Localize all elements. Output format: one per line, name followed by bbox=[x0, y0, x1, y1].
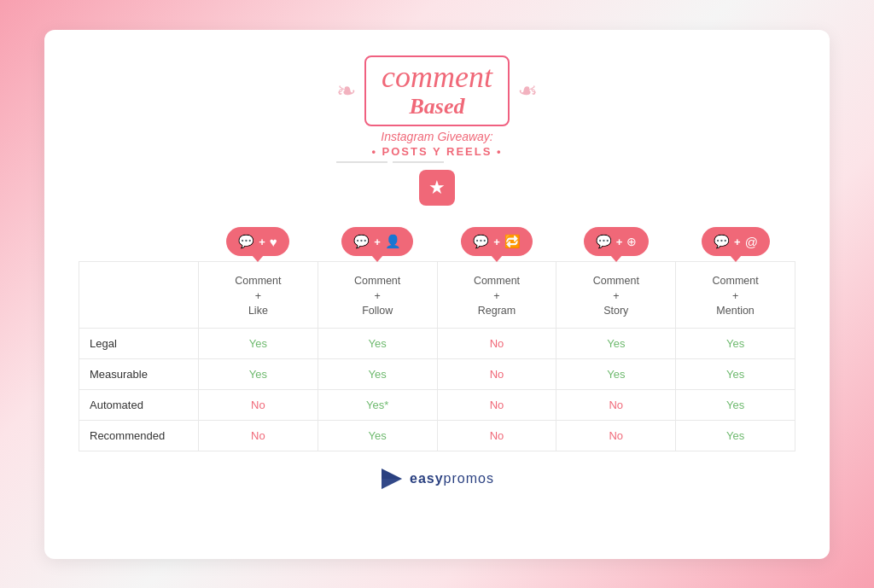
table-row: AutomatedNoYes*NoNoYes bbox=[79, 389, 795, 420]
like-icon: ♥ bbox=[270, 235, 277, 249]
icon-col-story: 💬 + ⊕ bbox=[556, 227, 676, 256]
header-like: Comment+Like bbox=[199, 262, 318, 329]
header-story: Comment+Story bbox=[556, 262, 676, 329]
icon-col-follow: 💬 + 👤 bbox=[318, 227, 437, 256]
row-label-recommended: Recommended bbox=[79, 420, 199, 451]
icon-badge-regram: 💬 + 🔁 bbox=[461, 227, 533, 256]
cell-2-1: Yes* bbox=[318, 389, 437, 420]
plus-3: + bbox=[493, 236, 500, 248]
cell-1-4: Yes bbox=[676, 358, 795, 389]
comment-icon-3: 💬 bbox=[473, 234, 489, 249]
svg-marker-1 bbox=[382, 479, 402, 489]
cell-1-2: No bbox=[437, 358, 556, 389]
comment-icon-4: 💬 bbox=[596, 234, 612, 249]
ep-logo-icon bbox=[380, 467, 404, 491]
title-box: comment Based bbox=[364, 55, 510, 127]
easypromos-logo: easypromos bbox=[380, 467, 494, 491]
cell-3-3: No bbox=[556, 420, 676, 451]
header-follow: Comment+Follow bbox=[318, 262, 437, 329]
icon-col-regram: 💬 + 🔁 bbox=[437, 227, 556, 256]
star-icon: ★ bbox=[428, 177, 446, 199]
cell-0-2: No bbox=[437, 328, 556, 358]
comment-icon-1: 💬 bbox=[238, 234, 254, 249]
cell-0-0: Yes bbox=[199, 328, 318, 358]
cell-1-0: Yes bbox=[199, 358, 318, 389]
table-row: MeasurableYesYesNoYesYes bbox=[79, 358, 795, 389]
icon-badge-follow: 💬 + 👤 bbox=[341, 227, 413, 256]
cell-2-2: No bbox=[437, 389, 556, 420]
cell-1-1: Yes bbox=[318, 358, 437, 389]
cell-3-1: Yes bbox=[318, 420, 437, 451]
plus-1: + bbox=[259, 236, 265, 248]
comment-icon-5: 💬 bbox=[714, 234, 730, 249]
header-regram: Comment+Regram bbox=[437, 262, 556, 329]
footer-section: easypromos bbox=[380, 467, 494, 491]
ep-brand-name: easypromos bbox=[410, 471, 494, 486]
title-row: ❧ comment Based ❧ bbox=[336, 55, 538, 127]
table-row: LegalYesYesNoYesYes bbox=[79, 328, 795, 358]
cell-2-4: Yes bbox=[676, 389, 795, 420]
cell-0-1: Yes bbox=[318, 328, 437, 358]
icon-col-mention: 💬 + @ bbox=[676, 227, 795, 256]
star-badge: ★ bbox=[419, 170, 455, 206]
title-comment: comment bbox=[382, 61, 492, 95]
table-wrapper: 💬 + ♥ 💬 + 👤 💬 + 🔁 bbox=[79, 227, 795, 451]
header-empty bbox=[79, 262, 199, 329]
icon-badge-story: 💬 + ⊕ bbox=[584, 227, 650, 256]
plus-5: + bbox=[734, 236, 741, 248]
icon-col-like: 💬 + ♥ bbox=[198, 227, 318, 256]
regram-icon: 🔁 bbox=[504, 234, 521, 249]
story-icon: ⊕ bbox=[626, 235, 637, 248]
cell-0-4: Yes bbox=[676, 328, 795, 358]
plus-4: + bbox=[616, 236, 623, 248]
cell-2-3: No bbox=[556, 389, 676, 420]
cell-2-0: No bbox=[199, 389, 318, 420]
cell-3-4: Yes bbox=[676, 420, 795, 451]
row-label-measurable: Measurable bbox=[79, 358, 199, 389]
plus-2: + bbox=[374, 236, 381, 248]
cell-0-3: Yes bbox=[556, 328, 676, 358]
icon-header-row: 💬 + ♥ 💬 + 👤 💬 + 🔁 bbox=[198, 227, 795, 261]
laurel-left-icon: ❧ bbox=[336, 77, 356, 105]
title-based: Based bbox=[382, 94, 492, 119]
separator bbox=[336, 161, 538, 163]
cell-3-0: No bbox=[199, 420, 318, 451]
comment-icon-2: 💬 bbox=[353, 234, 370, 249]
header-section: ❧ comment Based ❧ Instagram Giveaway: • … bbox=[336, 55, 538, 207]
cell-1-3: Yes bbox=[556, 358, 676, 389]
laurel-right-icon: ❧ bbox=[518, 77, 538, 105]
header-mention: Comment+Mention bbox=[676, 262, 795, 329]
main-card: ❧ comment Based ❧ Instagram Giveaway: • … bbox=[44, 30, 830, 559]
table-row: RecommendedNoYesNoNoYes bbox=[79, 420, 795, 451]
mention-icon: @ bbox=[745, 235, 758, 249]
row-label-automated: Automated bbox=[79, 389, 199, 420]
table-header-row: Comment+Like Comment+Follow Comment+Regr… bbox=[79, 262, 795, 329]
cell-3-2: No bbox=[437, 420, 556, 451]
follow-icon: 👤 bbox=[385, 234, 401, 249]
icon-badge-like: 💬 + ♥ bbox=[226, 227, 289, 256]
comparison-table: Comment+Like Comment+Follow Comment+Regr… bbox=[79, 261, 795, 451]
row-label-legal: Legal bbox=[79, 328, 199, 358]
posts-label: • POSTS Y REELS • bbox=[336, 145, 538, 158]
icon-badge-mention: 💬 + @ bbox=[702, 227, 770, 256]
subtitle-text: Instagram Giveaway: bbox=[336, 130, 538, 143]
